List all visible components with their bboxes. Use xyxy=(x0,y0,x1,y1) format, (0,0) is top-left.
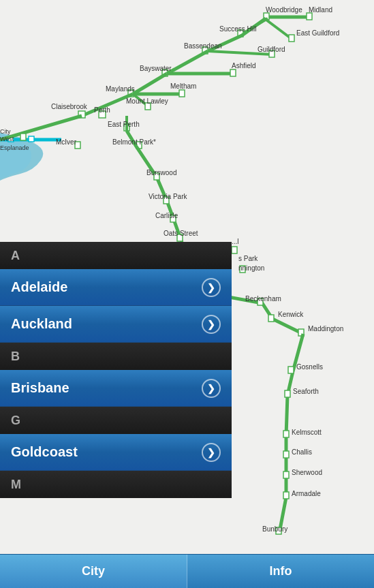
tab-city-label: City xyxy=(82,564,105,578)
svg-rect-43 xyxy=(283,451,289,458)
svg-text:Challis: Challis xyxy=(292,448,312,456)
city-item-adelaide[interactable]: Adelaide ❯ xyxy=(0,269,232,306)
section-header-g: G xyxy=(0,407,232,434)
chevron-icon-brisbane: ❯ xyxy=(202,379,221,398)
svg-text:Oats Street: Oats Street xyxy=(163,230,198,237)
section-header-m: M xyxy=(0,471,232,498)
svg-rect-30 xyxy=(20,134,26,140)
svg-text:East Guildford: East Guildford xyxy=(296,29,339,37)
svg-text:Guildford: Guildford xyxy=(258,46,285,53)
svg-line-15 xyxy=(167,51,208,74)
city-label-auckland: Auckland xyxy=(11,316,72,332)
svg-text:Sherwood: Sherwood xyxy=(292,469,322,476)
svg-line-7 xyxy=(264,18,292,39)
section-letter-b: B xyxy=(11,350,20,364)
svg-text:Midland: Midland xyxy=(309,6,332,14)
svg-text:Esplanade: Esplanade xyxy=(0,144,29,151)
chevron-icon-adelaide: ❯ xyxy=(202,278,221,297)
svg-line-19 xyxy=(133,74,167,94)
svg-rect-42 xyxy=(283,431,289,437)
city-item-brisbane[interactable]: Brisbane ❯ xyxy=(0,370,232,407)
tab-info[interactable]: Info xyxy=(187,555,374,588)
svg-rect-4 xyxy=(307,13,312,20)
city-list: A Adelaide ❯ Auckland ❯ B Brisbane ❯ G G… xyxy=(0,242,232,554)
svg-text:Armadale: Armadale xyxy=(292,490,321,497)
section-header-a: A xyxy=(0,242,232,269)
svg-text:McIver: McIver xyxy=(56,138,77,146)
svg-text:West: West xyxy=(0,136,14,142)
svg-rect-14 xyxy=(230,69,236,76)
chevron-icon-auckland: ❯ xyxy=(202,315,221,334)
svg-text:Burswood: Burswood xyxy=(146,169,176,176)
svg-text:Bayswater: Bayswater xyxy=(140,65,172,72)
svg-text:Maylands: Maylands xyxy=(106,85,135,93)
svg-rect-38 xyxy=(268,315,274,322)
svg-text:Kenwick: Kenwick xyxy=(278,311,304,318)
svg-text:nnington: nnington xyxy=(238,264,264,272)
svg-text:Woodbridge: Woodbridge xyxy=(266,6,302,14)
svg-text:Meltham: Meltham xyxy=(170,82,196,90)
svg-text:Perth: Perth xyxy=(94,106,110,114)
svg-text:...l: ...l xyxy=(232,238,239,245)
city-label-adelaide: Adelaide xyxy=(11,279,67,295)
svg-text:East Perth: East Perth xyxy=(108,121,140,128)
svg-rect-41 xyxy=(285,390,290,397)
svg-text:Success Hill: Success Hill xyxy=(219,25,256,33)
section-letter-a: A xyxy=(11,249,20,263)
tab-info-label: Info xyxy=(270,564,292,578)
svg-rect-1 xyxy=(29,136,34,142)
section-letter-g: G xyxy=(11,414,20,428)
svg-text:Ashfield: Ashfield xyxy=(232,62,256,69)
svg-text:Carlisle: Carlisle xyxy=(155,212,178,219)
svg-text:Victoria Park: Victoria Park xyxy=(149,193,188,200)
svg-text:Maddington: Maddington xyxy=(308,325,343,332)
svg-text:Beckenham: Beckenham xyxy=(245,295,281,303)
svg-text:Bunbury: Bunbury xyxy=(262,525,287,533)
svg-text:Claisebrook: Claisebrook xyxy=(51,103,88,110)
city-item-auckland[interactable]: Auckland ❯ xyxy=(0,306,232,343)
chevron-icon-goldcoast: ❯ xyxy=(202,443,221,462)
svg-rect-45 xyxy=(283,492,289,499)
svg-text:City: City xyxy=(0,128,11,135)
section-letter-m: M xyxy=(11,478,21,492)
svg-rect-35 xyxy=(232,247,237,253)
bottom-tab-bar: City Info xyxy=(0,554,374,588)
city-label-goldcoast: Goldcoast xyxy=(11,444,78,460)
svg-rect-40 xyxy=(288,367,294,373)
svg-text:Bassendean: Bassendean xyxy=(184,42,222,50)
svg-text:Seaforth: Seaforth xyxy=(293,388,319,395)
svg-rect-44 xyxy=(283,471,289,478)
svg-text:s Park: s Park xyxy=(238,255,258,262)
svg-text:Mount Lawley: Mount Lawley xyxy=(126,97,168,105)
svg-rect-18 xyxy=(179,90,185,97)
city-item-goldcoast[interactable]: Goldcoast ❯ xyxy=(0,434,232,471)
section-header-b: B xyxy=(0,343,232,370)
tab-city[interactable]: City xyxy=(0,555,187,588)
svg-text:Kelmscott: Kelmscott xyxy=(292,429,322,436)
svg-rect-8 xyxy=(289,35,294,42)
svg-text:Belmont Park*: Belmont Park* xyxy=(112,138,156,146)
city-label-brisbane: Brisbane xyxy=(11,380,69,396)
svg-text:Gosnells: Gosnells xyxy=(296,363,323,371)
